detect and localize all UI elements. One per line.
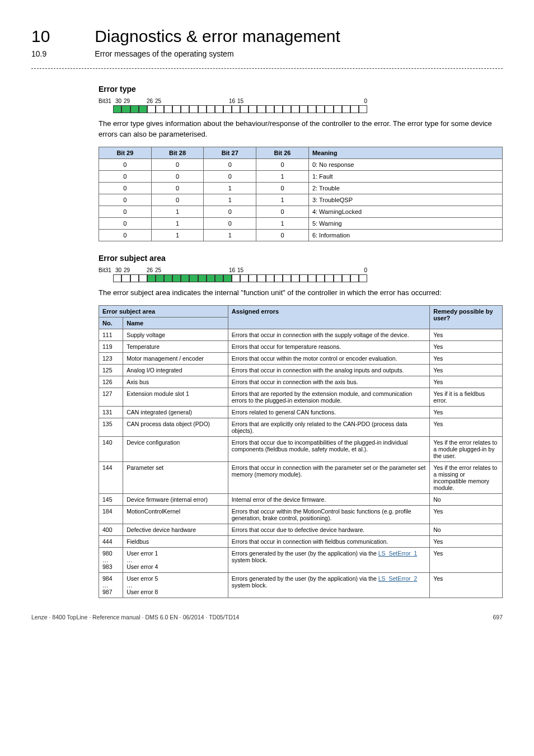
table-cell-no: 400 [99, 524, 123, 535]
error-subject-heading: Error subject area [99, 254, 503, 263]
bit-label: 29 [124, 98, 130, 104]
table-cell: 0 [151, 182, 204, 194]
table-cell-name: Fieldbus [123, 535, 228, 547]
separator [31, 68, 503, 69]
table-cell-name: Parameter set [123, 461, 228, 493]
table-cell-name: Device firmware (internal error) [123, 493, 228, 505]
bit-diagram-error-type: Bit31 30 29 26 25 16 15 0 [99, 98, 503, 113]
th-no: No. [99, 317, 123, 329]
table-cell-remedy: Yes [430, 329, 503, 340]
bit-label: 30 [115, 98, 121, 104]
table-cell-assigned: Errors related to general CAN functions. [228, 406, 430, 418]
th-meaning: Meaning [308, 147, 502, 158]
table-cell: 0 [99, 217, 152, 229]
table-row: 135CAN process data object (PDO)Errors t… [99, 418, 503, 436]
table-row: 144Parameter setErrors that occur in con… [99, 461, 503, 493]
table-cell: 0 [256, 206, 309, 217]
table-row: 119TemperatureErrors that occur for temp… [99, 340, 503, 352]
table-cell: 1 [256, 194, 309, 206]
th-subject: Error subject area [99, 305, 228, 317]
table-cell: 0 [151, 158, 204, 170]
table-cell-remedy: Yes [430, 572, 503, 598]
bit-label: 16 [229, 98, 235, 104]
table-cell-meaning: 0: No response [308, 158, 502, 170]
table-cell-remedy: Yes if it is a fieldbus error. [430, 388, 503, 406]
table-cell-remedy: Yes [430, 505, 503, 524]
table-cell-no: 119 [99, 340, 123, 352]
bit-label: Bit31 [99, 267, 111, 273]
link-ls_seterror_1[interactable]: LS_SetError_1 [378, 550, 417, 557]
table-cell-no: 127 [99, 388, 123, 406]
table-cell: 0 [256, 182, 309, 194]
table-cell-name: User error 5 … User error 8 [123, 572, 228, 598]
table-cell-no: 184 [99, 505, 123, 524]
table-row: 184MotionControlKernelErrors that occur … [99, 505, 503, 524]
table-cell: 0 [99, 158, 152, 170]
table-cell-remedy: Yes [430, 406, 503, 418]
bit-label: 16 [229, 267, 235, 273]
table-cell: 1 [151, 217, 204, 229]
table-cell-name: Defective device hardware [123, 524, 228, 535]
table-row: 980 … 983User error 1 … User error 4Erro… [99, 547, 503, 572]
table-row: 01004: WarningLocked [99, 206, 503, 217]
table-cell-no: 126 [99, 376, 123, 388]
table-cell-no: 984 … 987 [99, 572, 123, 598]
table-cell-name: User error 1 … User error 4 [123, 547, 228, 572]
footer-left: Lenze · 8400 TopLine · Reference manual … [31, 614, 239, 620]
table-cell: 0 [256, 158, 309, 170]
table-cell-remedy: No [430, 524, 503, 535]
chapter-number: 10 [31, 27, 93, 46]
table-cell-name: Supply voltage [123, 329, 228, 340]
link-ls_seterror_2[interactable]: LS_SetError_2 [378, 575, 417, 582]
th-assigned-errors: Assigned errors [228, 305, 430, 329]
table-cell-assigned: Errors that occur in connection with the… [228, 461, 430, 493]
table-cell: 1 [204, 229, 256, 241]
table-cell: 1 [256, 217, 309, 229]
table-row: 01015: Warning [99, 217, 503, 229]
table-cell: 1 [151, 229, 204, 241]
table-cell-name: Extension module slot 1 [123, 388, 228, 406]
table-cell-name: CAN process data object (PDO) [123, 418, 228, 436]
table-cell-name: CAN integrated (general) [123, 406, 228, 418]
table-cell-name: MotionControlKernel [123, 505, 228, 524]
table-cell: 1 [204, 194, 256, 206]
table-cell: 0 [151, 170, 204, 182]
table-row: 111Supply voltageErrors that occur in co… [99, 329, 503, 340]
table-cell-meaning: 5: Warning [308, 217, 502, 229]
table-cell-name: Temperature [123, 340, 228, 352]
table-cell-meaning: 4: WarningLocked [308, 206, 502, 217]
table-cell-assigned: Errors that occur within the MotionContr… [228, 505, 430, 524]
table-row: 984 … 987User error 5 … User error 8Erro… [99, 572, 503, 598]
table-cell-assigned: Errors generated by the user (by the app… [228, 547, 430, 572]
table-cell-remedy: Yes [430, 418, 503, 436]
table-cell-assigned: Internal error of the device firmware. [228, 493, 430, 505]
table-cell-remedy: Yes [430, 352, 503, 364]
table-cell-assigned: Errors that occur in connection with the… [228, 376, 430, 388]
bit-label: 26 [147, 98, 153, 104]
error-subject-description: The error subject area indicates the int… [99, 288, 503, 298]
table-row: 126Axis busErrors that occur in connecti… [99, 376, 503, 388]
table-cell-assigned: Errors that occur due to incompatibiliti… [228, 436, 430, 461]
bit-label: Bit31 [99, 98, 111, 104]
table-cell-remedy: Yes [430, 535, 503, 547]
table-cell: 0 [99, 206, 152, 217]
table-cell-remedy: No [430, 493, 503, 505]
th-bit26: Bit 26 [256, 147, 309, 158]
th-bit29: Bit 29 [99, 147, 152, 158]
table-cell-name: Axis bus [123, 376, 228, 388]
table-cell-assigned: Errors that are reported by the extensio… [228, 388, 430, 406]
table-row: 00113: TroubleQSP [99, 194, 503, 206]
table-row: 131CAN integrated (general)Errors relate… [99, 406, 503, 418]
table-cell-remedy: Yes [430, 547, 503, 572]
bit-label: 29 [124, 267, 130, 273]
table-cell: 1 [151, 206, 204, 217]
table-cell: 0 [99, 182, 152, 194]
table-cell-name: Motor management / encoder [123, 352, 228, 364]
table-cell-name: Analog I/O integrated [123, 364, 228, 376]
bit-label: 25 [155, 267, 161, 273]
table-cell: 0 [151, 194, 204, 206]
table-cell-assigned: Errors that occur in connection with the… [228, 329, 430, 340]
table-cell-assigned: Errors generated by the user (by the app… [228, 572, 430, 598]
table-row: 145Device firmware (internal error)Inter… [99, 493, 503, 505]
table-cell-meaning: 6: Information [308, 229, 502, 241]
